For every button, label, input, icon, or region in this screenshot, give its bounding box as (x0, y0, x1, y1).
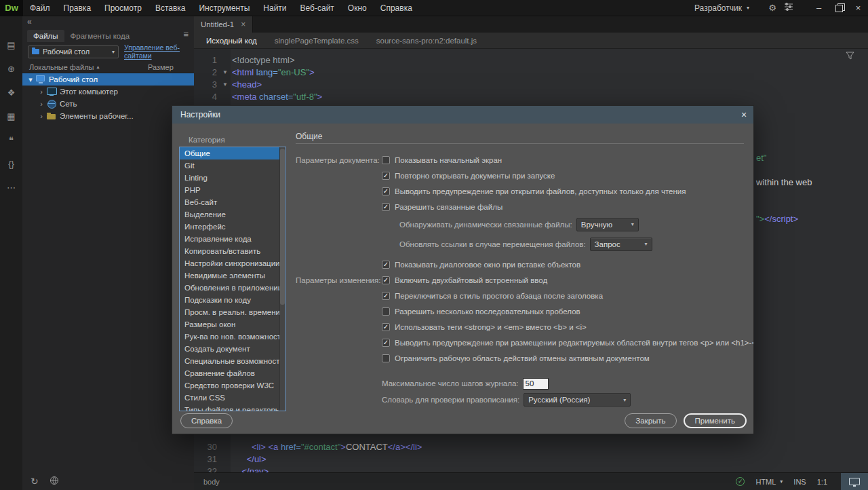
checkbox[interactable]: ✓ (382, 261, 390, 269)
tag-selector[interactable]: body (194, 478, 220, 486)
scrollbar-thumb[interactable] (280, 149, 285, 305)
checkbox-label: Использовать теги <strong> и <em> вместо… (395, 323, 587, 331)
checkbox[interactable]: ✓ (382, 276, 390, 284)
category-item[interactable]: Веб-сайт (180, 196, 285, 208)
dropdown[interactable]: Запрос▾ (590, 238, 652, 251)
files-panel-icon[interactable]: ▦ (0, 109, 22, 123)
column-size[interactable]: Размер (148, 63, 174, 71)
workspace-switcher[interactable]: Разработчик ▾ (694, 3, 749, 13)
collapse-panels-icon[interactable]: « (27, 17, 32, 26)
tab-close-icon[interactable]: × (241, 20, 245, 29)
tree-caret-icon[interactable]: › (37, 112, 45, 120)
checkbox[interactable] (382, 354, 390, 362)
fold-arrow-icon[interactable]: ▼ (220, 79, 231, 91)
refresh-icon[interactable]: ↻ (31, 476, 39, 487)
dropdown[interactable]: Вручную▾ (576, 218, 639, 231)
checkbox[interactable]: ✓ (382, 323, 390, 331)
tree-item[interactable]: ›Сеть (22, 98, 194, 110)
category-item[interactable]: Копировать/вставить (180, 245, 285, 257)
lint-status-icon[interactable]: ✓ (736, 477, 745, 486)
chevron-down-icon: ▾ (631, 221, 634, 227)
dialog-close-icon[interactable]: × (734, 109, 753, 120)
category-item[interactable]: Сравнение файлов (180, 367, 285, 379)
category-item[interactable]: Средство проверки W3C (180, 379, 285, 392)
panel-tab-snippets[interactable]: Фрагменты кода (64, 30, 136, 42)
tree-caret-icon[interactable]: › (37, 100, 45, 108)
insert-panel-icon[interactable]: ⊕ (0, 62, 22, 75)
category-item[interactable]: Рук-ва по нов. возможностям (180, 331, 285, 343)
comments-icon[interactable]: ❝ (0, 133, 22, 147)
help-button[interactable]: Справка (180, 413, 233, 428)
category-item[interactable]: Настройки синхронизации (180, 257, 285, 269)
tree-caret-icon[interactable]: › (37, 88, 45, 96)
menubar-item[interactable]: Правка (57, 0, 98, 16)
checkbox[interactable]: ✓ (382, 187, 390, 195)
category-item[interactable]: Невидимые элементы (180, 269, 285, 282)
menubar-item[interactable]: Просмотр (98, 0, 149, 16)
related-file[interactable]: singlePageTemplate.css (275, 37, 359, 45)
settings-row: ✓Разрешить связанные файлы (296, 199, 747, 214)
tree-item[interactable]: ›Элементы рабочег... (22, 110, 194, 122)
category-item[interactable]: PHP (180, 184, 285, 196)
connect-server-icon[interactable] (50, 476, 59, 487)
category-item[interactable]: Linting (180, 172, 285, 184)
preview-devices-button[interactable] (841, 473, 868, 490)
close-button[interactable]: × (848, 0, 868, 16)
site-selector[interactable]: Рабочий стол ▾ (28, 45, 119, 58)
related-file[interactable]: Исходный код (206, 37, 257, 45)
checkbox[interactable]: ✓ (382, 339, 390, 347)
category-item[interactable]: Подсказки по коду (180, 294, 285, 306)
menubar-item[interactable]: Файл (23, 0, 57, 16)
tree-caret-icon[interactable]: ▾ (26, 75, 35, 84)
manage-sites-link[interactable]: Управление веб-сайтами (124, 43, 180, 60)
checkbox[interactable]: ✓ (382, 292, 390, 300)
history-steps-input[interactable] (523, 378, 549, 390)
checkbox[interactable]: ✓ (382, 172, 390, 180)
related-file[interactable]: source-sans-pro:n2:default.js (376, 37, 477, 45)
code-fragment: within the web (756, 176, 812, 189)
sliders-icon[interactable] (781, 3, 797, 13)
apply-button[interactable]: Применить (684, 413, 747, 428)
checkbox[interactable] (382, 307, 390, 316)
dialog-titlebar[interactable]: Настройки × (172, 106, 753, 124)
document-tab[interactable]: Untitled-1 × (194, 16, 253, 33)
menubar-item[interactable]: Окно (341, 0, 374, 16)
category-item[interactable]: Специальные возможности (180, 355, 285, 367)
menubar-item[interactable]: Справка (374, 0, 419, 16)
scrollbar-track[interactable] (279, 147, 285, 411)
tree-item[interactable]: ›Этот компьютер (22, 86, 194, 98)
checkbox[interactable] (382, 156, 390, 164)
files-panel-footer: ↻ (22, 472, 194, 490)
tree-item[interactable]: ▾Рабочий стол (22, 73, 194, 86)
column-local-files[interactable]: Локальные файлы (29, 63, 94, 71)
category-item[interactable]: Git (180, 159, 285, 172)
category-item[interactable]: Создать документ (180, 343, 285, 355)
doc-type-dropdown[interactable]: HTML ▾ (755, 478, 783, 486)
category-item[interactable]: Просм. в реальн. времени (180, 306, 285, 318)
category-item[interactable]: Размеры окон (180, 318, 285, 331)
dropdown[interactable]: Русский (Россия)▾ (524, 393, 631, 407)
snippets-icon[interactable]: {} (0, 157, 22, 170)
gear-icon[interactable]: ⚙ (764, 3, 781, 13)
panel-menu-icon[interactable]: ≡ (183, 29, 189, 39)
category-item[interactable]: Типы файлов и редакторы (180, 404, 285, 411)
category-item[interactable]: Общие (180, 147, 285, 159)
more-panels-icon[interactable]: ⋯ (0, 181, 22, 194)
category-item[interactable]: Выделение (180, 208, 285, 221)
category-item[interactable]: Интерфейс (180, 221, 285, 233)
menubar-item[interactable]: Веб-сайт (294, 0, 341, 16)
category-item[interactable]: Обновления в приложении (180, 282, 285, 294)
category-item[interactable]: Стили CSS (180, 392, 285, 404)
menubar-item[interactable]: Вставка (149, 0, 193, 16)
restore-button[interactable] (829, 0, 848, 16)
category-item[interactable]: Исправление кода (180, 233, 285, 245)
fold-arrow-icon[interactable]: ▼ (220, 67, 231, 79)
menubar-item[interactable]: Найти (256, 0, 293, 16)
panel-tab-files[interactable]: Файлы (27, 30, 64, 42)
open-documents-icon[interactable]: ▤ (0, 38, 22, 52)
minimize-button[interactable]: – (809, 0, 829, 16)
checkbox[interactable]: ✓ (382, 203, 390, 211)
css-designer-icon[interactable]: ❖ (0, 86, 22, 99)
menubar-item[interactable]: Инструменты (192, 0, 256, 16)
close-dialog-button[interactable]: Закрыть (625, 413, 676, 428)
